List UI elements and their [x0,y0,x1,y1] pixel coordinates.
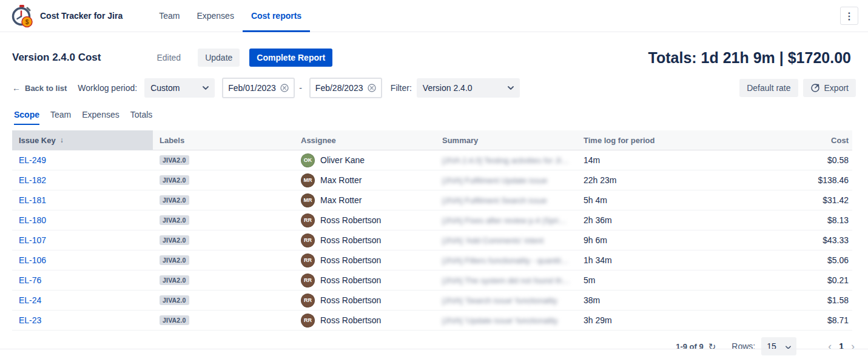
previous-page-icon[interactable]: ‹ [828,341,832,352]
assignee-name: Ross Robertson [320,235,381,245]
version-filter-select[interactable]: Version 2.4.0 [417,78,520,98]
avatar: RR [301,254,315,267]
back-arrow-icon: ← [12,84,21,92]
summary-text: [JIVA] 'Search issue' functionality [442,296,557,305]
time-log: 3h 29m [577,311,718,330]
row-range-label: 1-9 of 9 [676,342,704,351]
column-header-time-log[interactable]: Time log for period [577,130,718,150]
time-log: 2h 36m [577,210,718,230]
subtab-scope[interactable]: Scope [14,110,39,125]
clear-date-to-icon[interactable] [368,84,376,92]
column-header-issue-key[interactable]: Issue Key ↓ [12,130,153,150]
issue-key-link[interactable]: EL-180 [19,215,46,225]
summary-text: [JIVA 2.4.0] Testing activities for JIVA… [442,156,571,165]
sort-desc-icon: ↓ [60,136,64,144]
rows-per-page-value: 15 [767,341,776,351]
summary-text: [JIVA] The system did not found the pr..… [442,276,571,285]
summary-text: [JIVA] Fulfilment Search issue [442,196,547,205]
subtab-expenses[interactable]: Expenses [82,110,119,125]
label-badge: JIVA2.0 [160,235,189,245]
rows-per-page-select[interactable]: 15 [761,337,796,355]
avatar: MR [301,173,315,187]
cost-value: $8.13 [718,210,852,230]
date-to-input[interactable]: Feb/28/2023 [309,78,382,98]
label-badge: JIVA2.0 [160,275,189,285]
pagination: ‹ 1 › [828,341,855,352]
issue-key-link[interactable]: EL-106 [19,255,46,265]
default-rate-button[interactable]: Default rate [739,79,798,97]
issue-key-link[interactable]: EL-181 [19,195,46,205]
update-button[interactable]: Update [198,49,240,67]
label-badge: JIVA2.0 [160,215,189,225]
subtab-totals[interactable]: Totals [130,110,153,125]
filter-right-actions: Default rate Export [739,79,856,97]
table-footer: 1-9 of 9 ↻ Rows: 15 ‹ 1 › [12,335,855,356]
assignee-name: Max Rotter [320,175,362,185]
table-body: EL-249 JIVA2.0 OK Oliver Kane [JIVA 2.4.… [12,150,852,331]
nav-tab-cost-reports[interactable]: Cost reports [243,0,310,32]
chevron-down-icon [508,86,514,90]
report-subtabs: Scope Team Expenses Totals [14,110,856,125]
column-header-cost[interactable]: Cost [718,130,852,150]
top-nav-tabs: Team Expenses Cost reports [150,0,310,32]
next-page-icon[interactable]: › [851,341,855,352]
clear-date-from-icon[interactable] [280,84,289,92]
date-from-value: Feb/01/2023 [228,83,276,93]
report-header: Version 2.4.0 Cost Edited Update Complet… [12,47,856,69]
table-row: EL-249 JIVA2.0 OK Oliver Kane [JIVA 2.4.… [12,150,852,170]
issue-key-link[interactable]: EL-23 [19,315,41,325]
column-header-labels[interactable]: Labels [153,130,294,150]
rows-per-page-label: Rows: [732,341,755,351]
date-to-value: Feb/28/2023 [315,83,363,93]
worklog-period-select[interactable]: Custom [144,78,215,98]
issue-key-link[interactable]: EL-249 [19,155,46,165]
kebab-menu-button[interactable]: ⋮ [840,7,858,25]
table-row: EL-76 JIVA2.0 RR Ross Robertson [JIVA] T… [12,270,852,291]
nav-tab-expenses[interactable]: Expenses [188,0,242,32]
issue-key-link[interactable]: EL-107 [19,235,46,245]
time-log: 38m [577,291,718,310]
cost-value: $31.42 [718,190,852,210]
nav-tab-team[interactable]: Team [150,0,188,32]
time-log: 22h 23m [577,170,718,190]
avatar: RR [301,213,315,227]
subtab-team[interactable]: Team [50,110,71,125]
assignee-name: Ross Robertson [320,275,381,285]
cost-value: $0.58 [718,150,852,170]
column-header-assignee[interactable]: Assignee [294,130,436,150]
complete-report-button[interactable]: Complete Report [249,49,332,67]
worklog-period-value: Custom [150,83,180,93]
cost-value: $8.71 [718,311,852,330]
filter-label: Filter: [391,83,412,93]
time-log: 9h 6m [577,230,718,250]
edited-status: Edited [156,53,181,62]
date-from-input[interactable]: Feb/01/2023 [222,78,295,98]
table-header-row: Issue Key ↓ Labels Assignee Summary Time… [12,130,852,150]
column-header-summary[interactable]: Summary [436,130,577,150]
assignee-name: Ross Robertson [320,255,381,265]
time-log: 5h 4m [577,190,718,210]
chevron-down-icon [786,341,791,351]
label-badge: JIVA2.0 [160,155,189,165]
export-icon [810,83,820,93]
refresh-icon[interactable]: ↻ [708,342,716,351]
avatar: RR [301,274,315,287]
cost-value: $138.46 [718,170,852,190]
label-badge: JIVA2.0 [160,255,189,265]
assignee-name: Ross Robertson [320,295,381,305]
date-range-separator: - [299,83,302,93]
issue-key-link[interactable]: EL-182 [19,175,46,185]
kebab-menu-icon: ⋮ [844,10,854,22]
worklog-period-label: Worklog period: [78,83,137,93]
issue-key-link[interactable]: EL-76 [19,275,41,285]
summary-text: [JIVA] 'Update issue' functionality [442,316,557,325]
assignee-name: Oliver Kane [320,155,365,165]
table-row: EL-181 JIVA2.0 MR Max Rotter [JIVA] Fulf… [12,190,852,210]
avatar: RR [301,314,315,327]
top-navigation-bar: $ Cost Tracker for Jira Team Expenses Co… [0,0,868,32]
avatar: RR [301,294,315,307]
export-button[interactable]: Export [803,79,856,97]
cost-value: $1.58 [718,291,852,310]
issue-key-link[interactable]: EL-24 [19,295,41,305]
back-to-list-link[interactable]: ← Back to list [12,84,67,93]
